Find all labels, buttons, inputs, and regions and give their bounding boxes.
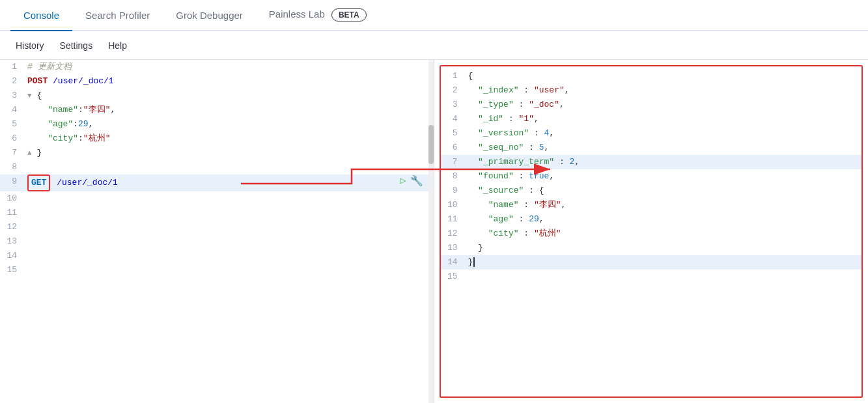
editor-line-12: 12 — [0, 220, 428, 234]
output-line-6: 6 "_seq_no" : 5, — [441, 141, 862, 155]
wrench-icon[interactable]: 🔧 — [410, 174, 423, 189]
tab-grok-debugger[interactable]: Grok Debugger — [163, 1, 256, 31]
editor-line-4: 4 "name":"李四", — [0, 103, 428, 117]
editor-line-2: 2 POST /user/_doc/1 — [0, 74, 428, 89]
output-line-14: 14 } — [441, 255, 862, 270]
editor-line-5: 5 "age":29, — [0, 117, 428, 132]
editor-line-9: 9 GET /user/_doc/1 ▷ 🔧 — [0, 174, 428, 191]
output-line-7: 7 "_primary_term" : 2, — [441, 155, 862, 169]
editor-line-1: 1 # 更新文档 — [0, 60, 428, 74]
output-line-8: 8 "found" : true, — [441, 169, 862, 184]
output-line-11: 11 "age" : 29, — [441, 212, 862, 227]
output-line-13: 13 } — [441, 241, 862, 255]
settings-button[interactable]: Settings — [55, 38, 98, 53]
run-button[interactable]: ▷ — [400, 174, 406, 189]
output-line-2: 2 "_index" : "user", — [441, 83, 862, 98]
editor-scrollbar[interactable] — [428, 60, 434, 403]
output-code: 1 { 2 "_index" : "user", 3 "_type" : "_d… — [441, 66, 862, 286]
main-area: 1 # 更新文档 2 POST /user/_doc/1 3 ▼ { 4 "na… — [0, 60, 868, 403]
editor-line-11: 11 — [0, 206, 428, 220]
history-button[interactable]: History — [10, 38, 49, 53]
output-line-9: 9 "_source" : { — [441, 184, 862, 198]
output-line-1: 1 { — [441, 69, 862, 83]
output-line-10: 10 "name" : "李四", — [441, 198, 862, 212]
editor-line-6: 6 "city":"杭州" — [0, 132, 428, 146]
beta-badge: BETA — [331, 8, 367, 21]
tab-painless-lab[interactable]: Painless Lab BETA — [256, 0, 380, 32]
editor-line-10: 10 — [0, 191, 428, 206]
tab-console[interactable]: Console — [10, 1, 72, 31]
editor-line-14: 14 — [0, 249, 428, 263]
toolbar: History Settings Help — [0, 31, 868, 60]
editor-line-8: 8 — [0, 160, 428, 174]
editor-line-7: 7 ▲ } — [0, 146, 428, 160]
editor-line-3: 3 ▼ { — [0, 89, 428, 103]
output-line-3: 3 "_type" : "_doc", — [441, 98, 862, 112]
output-border: 1 { 2 "_index" : "user", 3 "_type" : "_d… — [440, 65, 863, 398]
editor-line-15: 15 — [0, 263, 428, 277]
code-editor[interactable]: 1 # 更新文档 2 POST /user/_doc/1 3 ▼ { 4 "na… — [0, 60, 428, 403]
line-actions: ▷ 🔧 — [400, 174, 428, 189]
top-navigation: Console Search Profiler Grok Debugger Pa… — [0, 0, 868, 31]
output-line-12: 12 "city" : "杭州" — [441, 227, 862, 241]
editor-line-13: 13 — [0, 234, 428, 249]
output-panel: 1 { 2 "_index" : "user", 3 "_type" : "_d… — [434, 60, 869, 403]
tab-search-profiler[interactable]: Search Profiler — [72, 1, 163, 31]
help-button[interactable]: Help — [103, 38, 132, 53]
output-line-5: 5 "_version" : 4, — [441, 126, 862, 141]
output-line-4: 4 "_id" : "1", — [441, 112, 862, 126]
output-line-15: 15 — [441, 270, 862, 284]
editor-panel: 1 # 更新文档 2 POST /user/_doc/1 3 ▼ { 4 "na… — [0, 60, 434, 403]
